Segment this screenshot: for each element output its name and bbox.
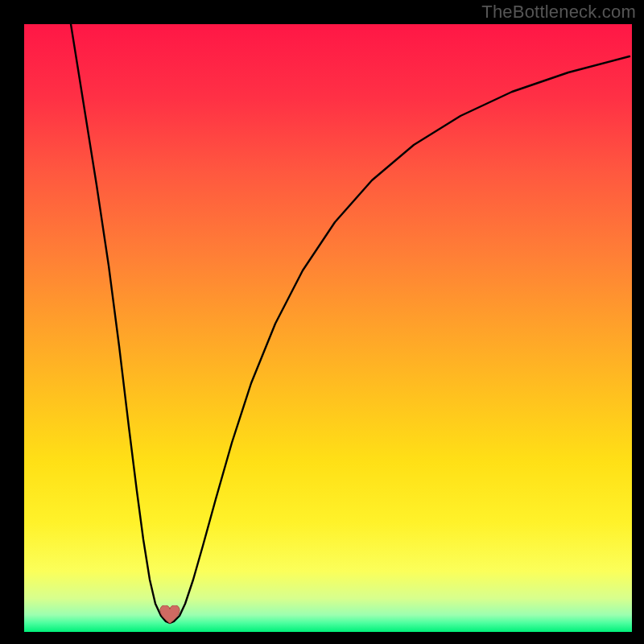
chart-frame: TheBottleneck.com <box>0 0 644 644</box>
watermark-text: TheBottleneck.com <box>481 2 636 23</box>
bottleneck-curve <box>24 24 632 632</box>
plot-area <box>24 24 632 632</box>
optimum-heart-icon <box>159 605 180 625</box>
